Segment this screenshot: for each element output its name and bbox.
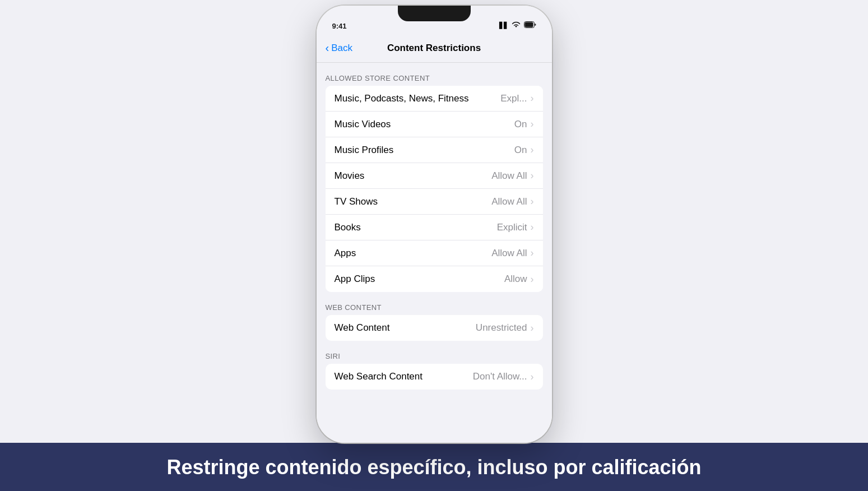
bottom-banner-text: Restringe contenido específico, incluso … [166, 455, 701, 479]
siri-section: SIRI Web Search Content Don't Allow... › [317, 352, 552, 390]
main-area: 9:41 ▋▋ ‹ Back Content Restrictions [0, 0, 868, 443]
music-videos-right: On › [514, 118, 534, 130]
phone-content[interactable]: ALLOWED STORE CONTENT Music, Podcasts, N… [317, 63, 552, 443]
back-button[interactable]: ‹ Back [326, 42, 352, 54]
web-content-item[interactable]: Web Content Unrestricted › [326, 315, 543, 341]
tv-shows-label: TV Shows [335, 196, 378, 207]
apps-chevron: › [531, 247, 534, 259]
music-podcasts-chevron: › [531, 92, 534, 104]
wifi-icon [512, 20, 521, 30]
back-chevron-icon: ‹ [326, 41, 329, 54]
web-content-list: Web Content Unrestricted › [326, 315, 543, 341]
books-item[interactable]: Books Explicit › [326, 215, 543, 240]
movies-item[interactable]: Movies Allow All › [326, 163, 543, 189]
status-bar: 9:41 ▋▋ [317, 6, 552, 34]
books-chevron: › [531, 221, 534, 233]
books-right: Explicit › [497, 221, 534, 233]
tv-shows-value: Allow All [491, 196, 527, 207]
apps-right: Allow All › [491, 247, 533, 259]
music-podcasts-value: Expl... [500, 93, 527, 104]
apps-item[interactable]: Apps Allow All › [326, 240, 543, 266]
svg-rect-1 [524, 22, 533, 27]
nav-title: Content Restrictions [387, 43, 481, 54]
music-videos-item[interactable]: Music Videos On › [326, 112, 543, 137]
tv-shows-chevron: › [531, 196, 534, 207]
music-videos-chevron: › [531, 118, 534, 130]
web-content-value: Unrestricted [476, 322, 527, 333]
web-content-right: Unrestricted › [476, 322, 534, 334]
status-right: ▋▋ [499, 20, 536, 30]
allowed-store-content-list: Music, Podcasts, News, Fitness Expl... ›… [326, 86, 543, 292]
signal-icon: ▋▋ [499, 22, 508, 29]
web-content-label: Web Content [335, 322, 390, 333]
back-label: Back [331, 43, 352, 54]
status-left: 9:41 [332, 22, 347, 30]
nav-bar: ‹ Back Content Restrictions [317, 34, 552, 63]
apps-value: Allow All [491, 248, 527, 259]
battery-icon [524, 20, 536, 30]
music-profiles-right: On › [514, 144, 534, 156]
siri-header: SIRI [317, 352, 552, 364]
music-profiles-label: Music Profiles [335, 145, 394, 156]
phone-frame: 9:41 ▋▋ ‹ Back Content Restrictions [317, 6, 552, 443]
web-content-section: WEB CONTENT Web Content Unrestricted › [317, 303, 552, 341]
music-podcasts-label: Music, Podcasts, News, Fitness [335, 93, 469, 104]
siri-list: Web Search Content Don't Allow... › [326, 364, 543, 390]
tv-shows-item[interactable]: TV Shows Allow All › [326, 189, 543, 215]
notch [398, 6, 471, 21]
books-value: Explicit [497, 222, 527, 233]
allowed-store-content-section: ALLOWED STORE CONTENT Music, Podcasts, N… [317, 74, 552, 292]
movies-label: Movies [335, 170, 365, 182]
web-search-content-item[interactable]: Web Search Content Don't Allow... › [326, 364, 543, 390]
web-search-content-chevron: › [531, 371, 534, 383]
web-content-chevron: › [531, 322, 534, 334]
web-search-content-value: Don't Allow... [473, 371, 527, 382]
apps-label: Apps [335, 248, 356, 259]
app-clips-chevron: › [531, 274, 534, 285]
app-clips-label: App Clips [335, 274, 375, 285]
music-profiles-item[interactable]: Music Profiles On › [326, 137, 543, 163]
app-clips-item[interactable]: App Clips Allow › [326, 266, 543, 292]
tv-shows-right: Allow All › [491, 196, 533, 207]
music-videos-label: Music Videos [335, 119, 391, 130]
bottom-banner: Restringe contenido específico, incluso … [0, 443, 868, 491]
allowed-store-content-header: ALLOWED STORE CONTENT [317, 74, 552, 86]
music-podcasts-right: Expl... › [500, 92, 533, 104]
movies-chevron: › [531, 170, 534, 182]
music-profiles-chevron: › [531, 144, 534, 156]
movies-right: Allow All › [491, 170, 533, 182]
music-profiles-value: On [514, 145, 527, 156]
web-search-content-right: Don't Allow... › [473, 371, 534, 383]
books-label: Books [335, 222, 361, 233]
web-content-header: WEB CONTENT [317, 303, 552, 315]
music-podcasts-item[interactable]: Music, Podcasts, News, Fitness Expl... › [326, 86, 543, 112]
status-time: 9:41 [332, 22, 347, 30]
movies-value: Allow All [491, 170, 527, 182]
web-search-content-label: Web Search Content [335, 371, 423, 382]
app-clips-value: Allow [504, 274, 527, 285]
app-clips-right: Allow › [504, 274, 534, 285]
music-videos-value: On [514, 119, 527, 130]
